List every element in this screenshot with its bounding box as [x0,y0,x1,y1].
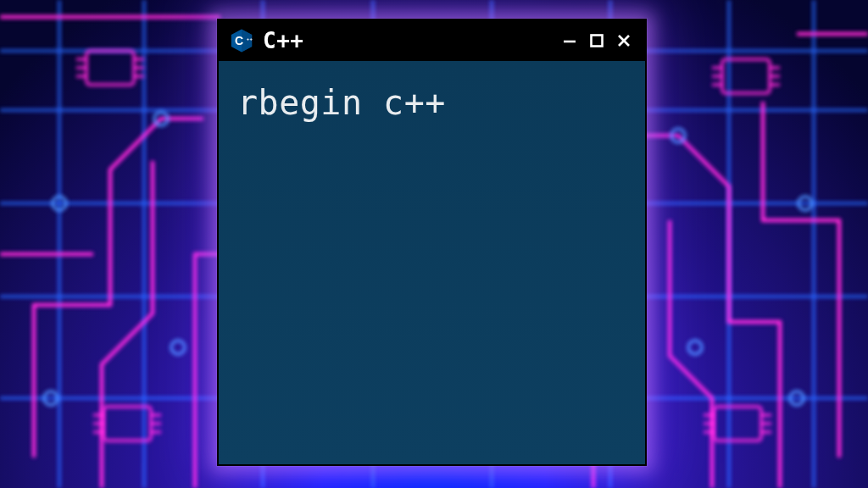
terminal-window: C + + C++ rbegin c++ [217,19,647,466]
window-title: C++ [263,28,303,53]
terminal-text: rbegin c++ [237,83,626,122]
svg-text:C: C [235,34,243,47]
close-button[interactable] [613,30,635,52]
cpp-logo-icon: C + + [229,28,254,53]
svg-rect-14 [592,36,603,47]
svg-text:+: + [249,36,253,42]
terminal-client-area[interactable]: rbegin c++ [219,61,645,464]
titlebar[interactable]: C + + C++ [219,20,645,61]
maximize-button[interactable] [586,30,608,52]
minimize-button[interactable] [559,30,581,52]
